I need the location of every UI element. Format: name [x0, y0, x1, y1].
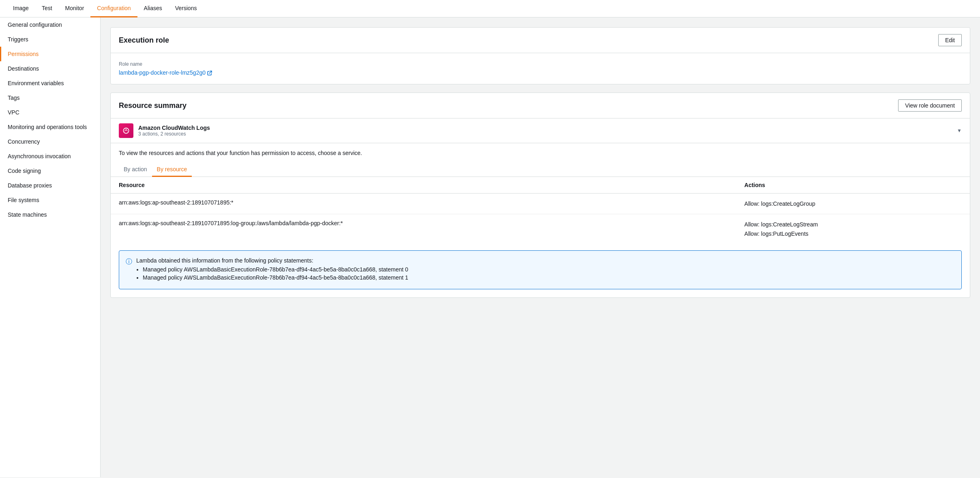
- execution-role-body: Role name lambda-pgp-docker-role-lmz5g2g…: [111, 53, 970, 84]
- role-name-text: lambda-pgp-docker-role-lmz5g2g0: [119, 69, 206, 76]
- tab-aliases[interactable]: Aliases: [137, 0, 169, 17]
- content-area: Execution role Edit Role name lambda-pgp…: [101, 17, 980, 477]
- sidebar-item-general-configuration[interactable]: General configuration: [0, 17, 100, 32]
- role-name-label: Role name: [119, 61, 962, 67]
- info-icon: ⓘ: [126, 258, 132, 282]
- tab-image[interactable]: Image: [6, 0, 35, 17]
- service-details: Amazon CloudWatch Logs 3 actions, 2 reso…: [138, 125, 210, 137]
- table-cell-actions: Allow: logs:CreateLogStreamAllow: logs:P…: [736, 214, 970, 244]
- role-name-link[interactable]: lambda-pgp-docker-role-lmz5g2g0: [119, 69, 212, 76]
- service-meta: 3 actions, 2 resources: [138, 131, 210, 137]
- edit-button[interactable]: Edit: [938, 34, 962, 46]
- cloudwatch-icon: [119, 123, 133, 138]
- action-text: Allow: logs:PutLogEvents: [744, 229, 962, 238]
- tab-monitor[interactable]: Monitor: [59, 0, 91, 17]
- sidebar-item-environment-variables[interactable]: Environment variables: [0, 76, 100, 90]
- main-layout: General configuration Triggers Permissio…: [0, 17, 980, 477]
- sidebar-item-code-signing[interactable]: Code signing: [0, 164, 100, 178]
- sidebar-item-monitoring-operations[interactable]: Monitoring and operations tools: [0, 120, 100, 134]
- tab-versions[interactable]: Versions: [169, 0, 204, 17]
- action-text: Allow: logs:CreateLogStream: [744, 220, 962, 229]
- inner-tab-bar: By action By resource: [111, 163, 970, 177]
- action-text: Allow: logs:CreateLogGroup: [744, 199, 962, 208]
- table-header-actions: Actions: [736, 177, 970, 194]
- sidebar-item-database-proxies[interactable]: Database proxies: [0, 178, 100, 193]
- info-bullet: Managed policy AWSLambdaBasicExecutionRo…: [143, 266, 408, 273]
- view-role-document-button[interactable]: View role document: [898, 99, 962, 112]
- external-link-icon: [207, 70, 212, 75]
- execution-role-title: Execution role: [119, 36, 169, 45]
- sidebar-item-vpc[interactable]: VPC: [0, 105, 100, 120]
- table-row: arn:aws:logs:ap-southeast-2:189107071895…: [111, 214, 970, 244]
- chevron-down-icon: ▼: [957, 128, 962, 133]
- tab-configuration[interactable]: Configuration: [90, 0, 137, 17]
- service-info: Amazon CloudWatch Logs 3 actions, 2 reso…: [119, 123, 210, 138]
- info-content: Lambda obtained this information from th…: [136, 257, 408, 282]
- sidebar-item-destinations[interactable]: Destinations: [0, 61, 100, 76]
- sidebar-item-file-systems[interactable]: File systems: [0, 193, 100, 207]
- top-tab-bar: Image Test Monitor Configuration Aliases…: [0, 0, 980, 17]
- sidebar-item-triggers[interactable]: Triggers: [0, 32, 100, 47]
- resource-summary-card: Resource summary View role document Amaz…: [110, 93, 970, 298]
- sidebar: General configuration Triggers Permissio…: [0, 17, 101, 477]
- resource-description: To view the resources and actions that y…: [111, 143, 970, 163]
- sidebar-item-state-machines[interactable]: State machines: [0, 207, 100, 222]
- resource-summary-title: Resource summary: [119, 101, 187, 110]
- sidebar-item-concurrency[interactable]: Concurrency: [0, 134, 100, 149]
- info-bullets-list: Managed policy AWSLambdaBasicExecutionRo…: [136, 266, 408, 281]
- tab-by-resource[interactable]: By resource: [152, 163, 192, 177]
- sidebar-item-asynchronous-invocation[interactable]: Asynchronous invocation: [0, 149, 100, 164]
- service-name: Amazon CloudWatch Logs: [138, 125, 210, 131]
- info-box: ⓘ Lambda obtained this information from …: [119, 250, 962, 289]
- svg-point-1: [126, 129, 127, 130]
- execution-role-card: Execution role Edit Role name lambda-pgp…: [110, 27, 970, 84]
- resource-summary-header: Resource summary View role document: [111, 93, 970, 118]
- table-cell-resource: arn:aws:logs:ap-southeast-2:189107071895…: [111, 194, 736, 214]
- tab-by-action[interactable]: By action: [119, 163, 152, 177]
- info-text: Lambda obtained this information from th…: [136, 257, 313, 264]
- sidebar-item-tags[interactable]: Tags: [0, 90, 100, 105]
- table-cell-actions: Allow: logs:CreateLogGroup: [736, 194, 970, 214]
- svg-point-0: [123, 128, 129, 133]
- service-row[interactable]: Amazon CloudWatch Logs 3 actions, 2 reso…: [111, 118, 970, 143]
- tab-test[interactable]: Test: [35, 0, 59, 17]
- info-bullet: Managed policy AWSLambdaBasicExecutionRo…: [143, 274, 408, 281]
- table-header-resource: Resource: [111, 177, 736, 194]
- table-cell-resource: arn:aws:logs:ap-southeast-2:189107071895…: [111, 214, 736, 244]
- table-row: arn:aws:logs:ap-southeast-2:189107071895…: [111, 194, 970, 214]
- resource-table: Resource Actions arn:aws:logs:ap-southea…: [111, 177, 970, 244]
- execution-role-header: Execution role Edit: [111, 28, 970, 53]
- sidebar-item-permissions[interactable]: Permissions: [0, 47, 100, 61]
